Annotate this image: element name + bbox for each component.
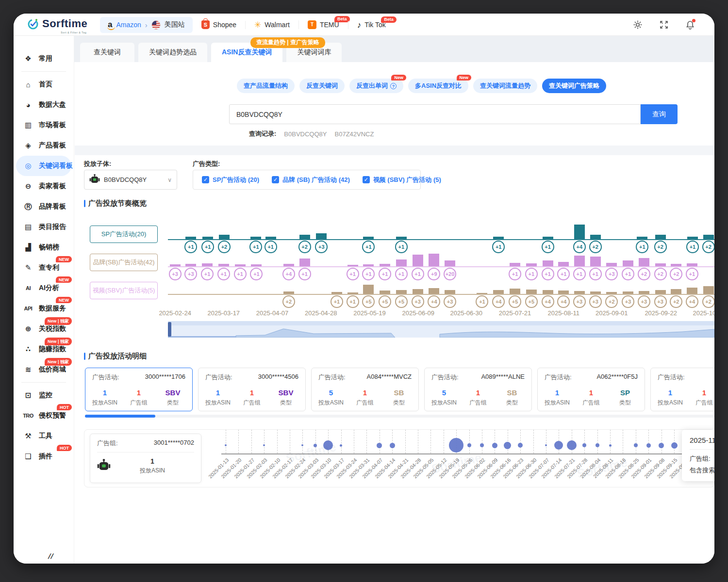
history-item[interactable]: B07Z42VNCZ (335, 130, 374, 138)
bubble-point[interactable] (596, 443, 599, 447)
sidebar-item-brand-board[interactable]: Ⓡ品牌看板 (14, 196, 74, 217)
history-item[interactable]: B0BVDCQQ8Y (284, 130, 327, 138)
app-logo[interactable]: Sorftime Sort & Filter & Tag (27, 17, 87, 30)
sidebar-item-seller-board[interactable]: ⊖卖家看板 (14, 176, 74, 196)
sbv-row-event[interactable]: +3 (622, 295, 634, 308)
sbv-row-event[interactable]: +3 (573, 295, 586, 308)
sb-row-event[interactable]: +3 (169, 268, 182, 280)
campaign-card[interactable]: 广告活动:A089*****ALNE5投放ASIN1广告组SB类型 (424, 368, 532, 411)
sidebar-item-keyword-board[interactable]: ◎关键词看板 (16, 156, 71, 176)
sb-row-event[interactable]: +2 (638, 268, 650, 280)
sp-row-event[interactable]: +2 (654, 241, 667, 253)
notification-bell-icon[interactable] (685, 20, 695, 30)
sb-row-event[interactable]: +4 (282, 268, 295, 280)
action-查产品流量结构[interactable]: 查产品流量结构 (237, 79, 295, 93)
sidebar-item-market-board[interactable]: ▥市场看板 (14, 115, 74, 135)
brush-handle[interactable] (168, 322, 171, 337)
bubble-point[interactable] (467, 443, 471, 447)
sbv-row-event[interactable]: +1 (331, 295, 343, 308)
sbv-row-event[interactable]: +4 (542, 295, 554, 308)
checkbox-品牌 (SB) 广告活动 (42)[interactable]: ✓品牌 (SB) 广告活动 (42) (272, 176, 350, 184)
campaign-card[interactable]: 广告活动:A062*****0F5J1投放ASIN1广告组SP类型 (537, 368, 645, 411)
sb-row-event[interactable]: +1 (589, 268, 602, 280)
placement-dropdown[interactable]: B0BVDCQQ8Y ∨ (84, 170, 177, 190)
action-多ASIN反查对比[interactable]: 多ASIN反查对比New (408, 79, 468, 93)
action-查关键词广告策略[interactable]: 查关键词广告策略 (542, 79, 606, 93)
bubble-point[interactable] (646, 443, 651, 448)
sb-row-event[interactable]: +1 (509, 268, 521, 280)
sidebar-item-home[interactable]: ⌂首页 (14, 74, 74, 95)
sidebar-item-category-report[interactable]: ▤类目报告 (14, 217, 74, 237)
sb-row-event[interactable]: +1 (686, 268, 698, 280)
campaign-card[interactable]: 广告活动:3000*****17061投放ASIN1广告组SBV类型 (85, 368, 193, 411)
sb-row-event[interactable]: +2 (654, 268, 667, 280)
settings-gear-icon[interactable] (633, 20, 643, 30)
sidebar-item-low-price-mall[interactable]: ≋低价商城New | 独家 (14, 359, 74, 380)
sbv-row-event[interactable]: +2 (282, 295, 295, 308)
asin-search-input[interactable] (229, 104, 641, 124)
bubble-point[interactable] (492, 443, 497, 448)
bubble-point[interactable] (671, 442, 678, 449)
platform-walmart[interactable]: ✳Walmart (245, 21, 298, 29)
scrollbar-thumb[interactable] (85, 415, 155, 418)
sbv-row-event[interactable]: +4 (686, 295, 698, 308)
bubble-point[interactable] (659, 443, 664, 448)
checkbox-视频 (SBV) 广告活动 (5)[interactable]: ✓视频 (SBV) 广告活动 (5) (363, 176, 441, 184)
platform-temu[interactable]: TTEMUBeta (298, 20, 348, 29)
bubble-point[interactable] (518, 443, 523, 448)
sb-row-event[interactable]: +1 (395, 268, 408, 280)
sb-row-event[interactable]: +1 (573, 268, 586, 280)
sb-row-event[interactable]: +1 (525, 268, 538, 280)
campaign-card[interactable]: 广告活动:3000*****45061投放ASIN1广告组SBV类型 (198, 368, 306, 411)
checkbox-SP广告活动 (20)[interactable]: ✓SP广告活动 (20) (202, 176, 259, 184)
bubble-point[interactable] (263, 444, 265, 446)
sp-row-event[interactable]: +2 (218, 241, 231, 253)
sp-row-event[interactable]: +4 (573, 241, 586, 253)
fullscreen-icon[interactable] (659, 20, 669, 30)
bubble-point[interactable] (480, 443, 484, 447)
sidebar-item-tariff-index[interactable]: ⊕关税指数New | 独家 (14, 319, 74, 339)
sidebar-item-ai-analysis[interactable]: AIAI分析NEW (14, 278, 74, 298)
sp-row-event[interactable]: +2 (298, 241, 311, 253)
platform-shopee[interactable]: SShopee (193, 20, 245, 29)
sb-row-event[interactable]: +1 (234, 268, 247, 280)
sp-row-event[interactable]: +1 (265, 241, 277, 253)
sb-row-event[interactable]: +1 (622, 268, 634, 280)
sbv-row-event[interactable]: +3 (654, 295, 667, 308)
legend-品牌(SB)广告活动(42)[interactable]: 品牌(SB)广告活动(42) (90, 254, 158, 271)
sb-row-event[interactable]: +2 (670, 268, 682, 280)
sbv-row-event[interactable]: +3 (589, 295, 602, 308)
sidebar-item-api-data-service[interactable]: API数据服务NEW (14, 298, 74, 319)
timeline-brush[interactable] (168, 321, 714, 338)
sbv-row-event[interactable]: +3 (444, 295, 456, 308)
sbv-row-event[interactable]: +5 (395, 295, 408, 308)
bubble-point[interactable] (567, 440, 577, 450)
bubble-point[interactable] (377, 443, 382, 448)
bubble-point[interactable] (634, 443, 638, 447)
sp-row-event[interactable]: +2 (589, 241, 602, 253)
sidebar-item-patent-search[interactable]: ✎查专利NEW (14, 258, 74, 278)
sbv-row-event[interactable]: +5 (525, 295, 538, 308)
sp-row-event[interactable]: +1 (542, 241, 554, 253)
platform-tiktok[interactable]: ♪Tik TokBeta (348, 21, 395, 29)
campaign-card[interactable]: 广告活动:A084*****MVCZ5投放ASIN1广告组SB类型 (311, 368, 419, 411)
sidebar-item-plugin[interactable]: ❑插件HOT (14, 446, 74, 467)
bubble-point[interactable] (545, 444, 547, 446)
bubble-point[interactable] (582, 443, 586, 447)
sbv-row-event[interactable]: +3 (638, 295, 650, 308)
platform-amazon[interactable]: aAmazon›美国站 (100, 17, 193, 33)
sidebar-item-best-seller-rank[interactable]: ▟畅销榜 (14, 237, 74, 258)
sb-row-event[interactable]: +1 (379, 268, 391, 280)
sidebar-item-data-dashboard[interactable]: ◕数据大盘 (14, 95, 74, 115)
sp-row-event[interactable]: +1 (201, 241, 214, 253)
bubble-point[interactable] (609, 444, 612, 447)
action-反查出单词[interactable]: 反查出单词?New (349, 79, 403, 93)
sp-row-event[interactable]: +2 (702, 241, 714, 253)
sbv-row-event[interactable]: +2 (670, 295, 682, 308)
bubble-point[interactable] (390, 443, 395, 448)
sb-row-event[interactable]: +1 (217, 268, 230, 280)
tab-查关键词[interactable]: 查关键词 (80, 43, 134, 62)
bubble-point[interactable] (340, 444, 342, 447)
sb-row-event[interactable]: +20 (444, 268, 456, 280)
campaign-card[interactable]: 广告活动:1投放ASIN1广告组类型 (650, 368, 714, 411)
